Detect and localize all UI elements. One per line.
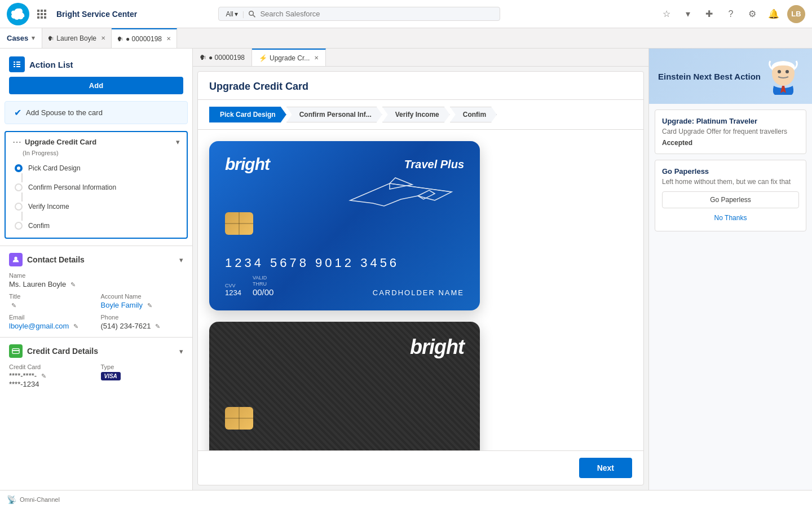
svg-rect-14	[16, 64, 20, 65]
svg-rect-2	[44, 10, 46, 12]
action-list-icon	[9, 56, 25, 72]
card-brand-dark: bright	[410, 335, 464, 359]
contact-title: Contact Details	[27, 255, 85, 264]
phone-label: Phone	[101, 314, 184, 321]
svg-rect-19	[12, 350, 19, 351]
card-product-label: Travel Plus	[404, 158, 464, 171]
search-input[interactable]	[260, 10, 493, 18]
bookmark-arrow-icon[interactable]: ▾	[680, 6, 696, 22]
salesforce-logo[interactable]	[7, 3, 29, 25]
contact-collapse-icon[interactable]: ▾	[179, 256, 183, 264]
prog-step-pick-card[interactable]: Pick Card Design	[209, 107, 286, 122]
no-thanks-button[interactable]: No Thanks	[662, 212, 799, 224]
help-icon[interactable]: ?	[723, 6, 739, 22]
card-chip-dark	[225, 407, 253, 430]
credit-card-dark[interactable]: bright	[209, 322, 480, 450]
cc-type-value: VISA	[101, 371, 184, 380]
upgrade-card-dots[interactable]: ⋯	[12, 137, 21, 147]
tab-label-active: ● 00000198	[126, 35, 162, 43]
new-icon[interactable]: ✚	[701, 6, 717, 22]
add-spouse-item[interactable]: ✔ Add Spouse to the card	[5, 101, 188, 124]
subtab-row: 🗣 ● 00000198 ⚡ Upgrade Cr... ✕	[193, 49, 648, 67]
cc-edit-icon[interactable]: ✎	[41, 373, 46, 379]
credit-card-blue[interactable]: bright Travel Plus	[209, 141, 480, 310]
einstein-header: Einstein Next Best Action	[649, 49, 812, 104]
upgrade-card-status: Accepted	[662, 139, 799, 147]
prog-step-confirm[interactable]: Confirm Personal Inf...	[286, 107, 382, 122]
upgrade-card-title: Upgrade: Platinum Traveler	[662, 117, 799, 125]
email-edit-icon[interactable]: ✎	[73, 323, 78, 330]
phone-edit-icon[interactable]: ✎	[155, 323, 160, 330]
email-value: lboyle@gmail.com ✎	[9, 322, 92, 330]
add-spouse-label: Add Spouse to the card	[26, 108, 103, 117]
title-edit-icon[interactable]: ✎	[11, 302, 16, 309]
tab-app-cases[interactable]: Cases ▾	[0, 28, 42, 48]
next-button[interactable]: Next	[579, 458, 632, 478]
subtab-00000198[interactable]: 🗣 ● 00000198	[193, 49, 252, 66]
main-layout: Action List Add ✔ Add Spouse to the card…	[0, 49, 812, 490]
action-list-title: Action List	[29, 60, 73, 69]
cases-tab-label: Cases	[7, 34, 28, 42]
cases-tab-arrow[interactable]: ▾	[32, 34, 35, 42]
tab-icon: 🗣	[48, 35, 54, 42]
step-label-1: Pick Card Design	[28, 164, 81, 172]
svg-point-9	[249, 11, 254, 15]
account-link[interactable]: Boyle Family	[101, 301, 143, 309]
upgrade-card-collapse[interactable]: ▾	[176, 138, 180, 146]
prog-step-confim[interactable]: Confim	[450, 107, 497, 122]
cc-label: Credit Card	[9, 364, 92, 370]
add-button[interactable]: Add	[9, 77, 183, 94]
email-label: Email	[9, 314, 92, 321]
name-edit-icon[interactable]: ✎	[70, 281, 76, 288]
credit-section-header: Credit Card Details ▾	[9, 344, 183, 358]
einstein-avatar	[764, 56, 803, 96]
subtab-upgrade-cr[interactable]: ⚡ Upgrade Cr... ✕	[252, 49, 326, 66]
nav-right-icons: ☆ ▾ ✚ ? ⚙ 🔔 LB	[659, 5, 805, 23]
action-list-header: Action List	[0, 49, 192, 77]
svg-rect-8	[44, 16, 46, 19]
main-content: 🗣 ● 00000198 ⚡ Upgrade Cr... ✕ Upgrade C…	[193, 49, 648, 490]
card-number-blue: 1234 5678 9012 3456	[225, 256, 464, 270]
check-icon: ✔	[14, 107, 21, 118]
field-name: Name Ms. Lauren Boyle ✎	[9, 272, 183, 288]
apps-icon[interactable]	[34, 6, 50, 22]
step-label-4: Confim	[28, 222, 50, 230]
step-circle-2	[15, 183, 23, 191]
step-circle-4	[15, 222, 23, 230]
email-link[interactable]: lboyle@gmail.com	[9, 322, 69, 330]
go-paperless-button[interactable]: Go Paperless	[662, 191, 799, 208]
field-cc-type: Type VISA	[101, 364, 184, 388]
search-dropdown[interactable]: All ▾	[226, 10, 237, 18]
tab-close-active-icon[interactable]: ✕	[166, 36, 171, 42]
credit-title: Credit Card Details	[27, 347, 98, 356]
left-sidebar: Action List Add ✔ Add Spouse to the card…	[0, 49, 193, 490]
tab-lauren-boyle[interactable]: 🗣 Lauren Boyle ✕	[42, 28, 112, 48]
field-phone: Phone (514) 234-7621 ✎	[101, 314, 184, 330]
visa-badge: VISA	[101, 372, 121, 380]
svg-rect-1	[41, 10, 43, 12]
flow-container: Upgrade Credit Card Pick Card Design Con…	[197, 71, 644, 485]
tab-bar: Cases ▾ 🗣 Lauren Boyle ✕ 🗣 ● 00000198 ✕	[0, 28, 812, 49]
prog-step-verify[interactable]: Verify Income	[382, 107, 450, 122]
svg-rect-7	[41, 16, 43, 19]
setup-icon[interactable]: ⚙	[744, 6, 760, 22]
credit-collapse-icon[interactable]: ▾	[179, 347, 183, 356]
subtab-close-icon[interactable]: ✕	[314, 55, 319, 61]
name-value: Ms. Lauren Boyle ✎	[9, 280, 183, 288]
omni-channel-label[interactable]: Omni-Channel	[20, 496, 60, 503]
account-edit-icon[interactable]: ✎	[147, 302, 152, 309]
paperless-desc: Left home without them, but we can fix t…	[662, 178, 799, 186]
credit-card-details-section: Credit Card Details ▾ Credit Card ****-*…	[0, 337, 192, 395]
tab-00000198[interactable]: 🗣 ● 00000198 ✕	[112, 28, 177, 48]
user-avatar[interactable]: LB	[787, 5, 805, 23]
upgrade-steps: Pick Card Design Confirm Personal Inform…	[12, 161, 180, 233]
tab-close-icon[interactable]: ✕	[101, 35, 105, 41]
bookmark-icon[interactable]: ☆	[659, 6, 674, 22]
subtab-icon-2: ⚡	[259, 54, 267, 62]
upgrade-card-status: (In Progress)	[23, 150, 180, 156]
credit-field-row: Credit Card ****-****- ✎ ****-1234 Type …	[9, 364, 183, 388]
subtab-label-1: ● 00000198	[209, 54, 245, 62]
prog-step-label-3: Verify Income	[395, 111, 439, 119]
bell-icon[interactable]: 🔔	[766, 6, 782, 22]
account-label: Account Name	[101, 293, 184, 300]
